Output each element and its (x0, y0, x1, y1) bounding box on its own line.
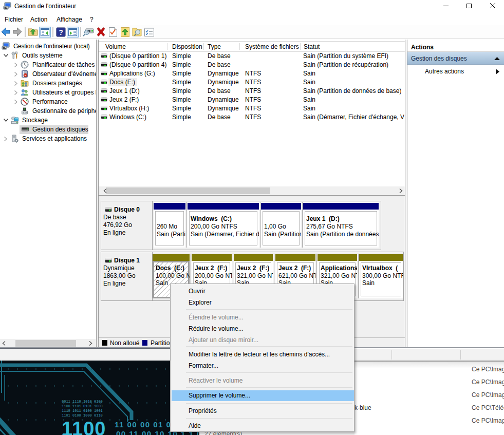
svg-text:?: ? (59, 28, 63, 36)
